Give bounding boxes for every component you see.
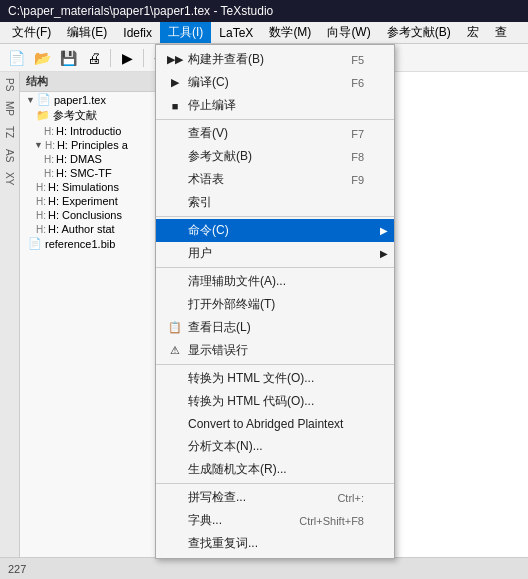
menu-wizard[interactable]: 向导(W): [319, 22, 378, 43]
menu-command[interactable]: 命令(C) ▶: [156, 219, 394, 242]
sep-5: [156, 483, 394, 484]
title-text: C:\paper_materials\paper1\paper1.tex - T…: [8, 4, 273, 18]
menu-dictionary[interactable]: 字典... Ctrl+Shift+F8: [156, 509, 394, 532]
menu-open-terminal[interactable]: 打开外部终端(T): [156, 293, 394, 316]
menu-bar: 文件(F) 编辑(E) Idefix 工具(I) LaTeX 数学(M) 向导(…: [0, 22, 528, 44]
random-icon: [166, 462, 184, 478]
menu-clean-aux[interactable]: 清理辅助文件(A)...: [156, 270, 394, 293]
menu-edit[interactable]: 编辑(E): [59, 22, 115, 43]
sep1: [110, 49, 111, 67]
line-number: 227: [8, 563, 26, 575]
left-sidebar-icons: PS MP TZ AS XY: [0, 72, 20, 557]
user-icon: [166, 246, 184, 262]
menu-show-errors[interactable]: ⚠ 显示错误行: [156, 339, 394, 362]
sep-3: [156, 267, 394, 268]
plaintext-icon: [166, 416, 184, 432]
index-icon: [166, 195, 184, 211]
open-btn[interactable]: 📂: [30, 47, 54, 69]
glossary-icon: [166, 172, 184, 188]
menu-latex[interactable]: LaTeX: [211, 24, 261, 42]
save-btn[interactable]: 💾: [56, 47, 80, 69]
biblio-icon: [166, 149, 184, 165]
sep2: [143, 49, 144, 67]
status-bar: 227: [0, 557, 528, 579]
menu-math[interactable]: 数学(M): [261, 22, 319, 43]
dictionary-icon: [166, 513, 184, 529]
sep-2: [156, 216, 394, 217]
menu-random-text[interactable]: 生成随机文本(R)...: [156, 458, 394, 481]
sep-4: [156, 364, 394, 365]
view-icon: [166, 126, 184, 142]
menu-bib[interactable]: 参考文献(B): [379, 22, 459, 43]
user-arrow: ▶: [380, 248, 388, 259]
menu-convert-html-file[interactable]: 转换为 HTML 文件(O)...: [156, 367, 394, 390]
menu-macro[interactable]: 宏: [459, 22, 487, 43]
menu-spellcheck[interactable]: 拼写检查... Ctrl+:: [156, 486, 394, 509]
error-icon: ⚠: [166, 343, 184, 359]
menu-find-duplicates[interactable]: 查找重复词...: [156, 532, 394, 555]
menu-analyze-text[interactable]: 分析文本(N)...: [156, 435, 394, 458]
stop-icon: ■: [166, 98, 184, 114]
menu-tools[interactable]: 工具(I): [160, 22, 211, 43]
clean-icon: [166, 274, 184, 290]
html-code-icon: [166, 394, 184, 410]
dropdown-overlay: ▶▶ 构建并查看(B) F5 ▶ 编译(C) F6 ■ 停止编译 查看(V) F…: [155, 44, 395, 559]
build-view-icon: ▶▶: [166, 52, 184, 68]
left-icon-xy[interactable]: XY: [2, 170, 17, 187]
menu-build-view[interactable]: ▶▶ 构建并查看(B) F5: [156, 48, 394, 71]
menu-compile[interactable]: ▶ 编译(C) F6: [156, 71, 394, 94]
menu-search[interactable]: 查: [487, 22, 515, 43]
left-icon-ps[interactable]: PS: [2, 76, 17, 93]
command-arrow: ▶: [380, 225, 388, 236]
print-btn[interactable]: 🖨: [82, 47, 106, 69]
spellcheck-icon: [166, 490, 184, 506]
analyze-icon: [166, 439, 184, 455]
build-btn[interactable]: ▶: [115, 47, 139, 69]
menu-stop-compile[interactable]: ■ 停止编译: [156, 94, 394, 117]
sep-1: [156, 119, 394, 120]
compile-icon: ▶: [166, 75, 184, 91]
terminal-icon: [166, 297, 184, 313]
menu-glossary[interactable]: 术语表 F9: [156, 168, 394, 191]
menu-biblio[interactable]: 参考文献(B) F8: [156, 145, 394, 168]
left-icon-mp[interactable]: MP: [2, 99, 17, 118]
title-bar: C:\paper_materials\paper1\paper1.tex - T…: [0, 0, 528, 22]
html-file-icon: [166, 371, 184, 387]
menu-user[interactable]: 用户 ▶: [156, 242, 394, 265]
menu-idefix[interactable]: Idefix: [115, 24, 160, 42]
duplicates-icon: [166, 536, 184, 552]
menu-file[interactable]: 文件(F): [4, 22, 59, 43]
menu-view-log[interactable]: 📋 查看日志(L): [156, 316, 394, 339]
menu-convert-html-code[interactable]: 转换为 HTML 代码(O)...: [156, 390, 394, 413]
left-icon-as[interactable]: AS: [2, 147, 17, 164]
log-icon: 📋: [166, 320, 184, 336]
new-file-btn[interactable]: 📄: [4, 47, 28, 69]
menu-convert-plaintext[interactable]: Convert to Abridged Plaintext: [156, 413, 394, 435]
tools-menu: ▶▶ 构建并查看(B) F5 ▶ 编译(C) F6 ■ 停止编译 查看(V) F…: [155, 44, 395, 559]
menu-view[interactable]: 查看(V) F7: [156, 122, 394, 145]
left-icon-tz[interactable]: TZ: [2, 124, 17, 140]
command-icon: [166, 223, 184, 239]
menu-index[interactable]: 索引: [156, 191, 394, 214]
